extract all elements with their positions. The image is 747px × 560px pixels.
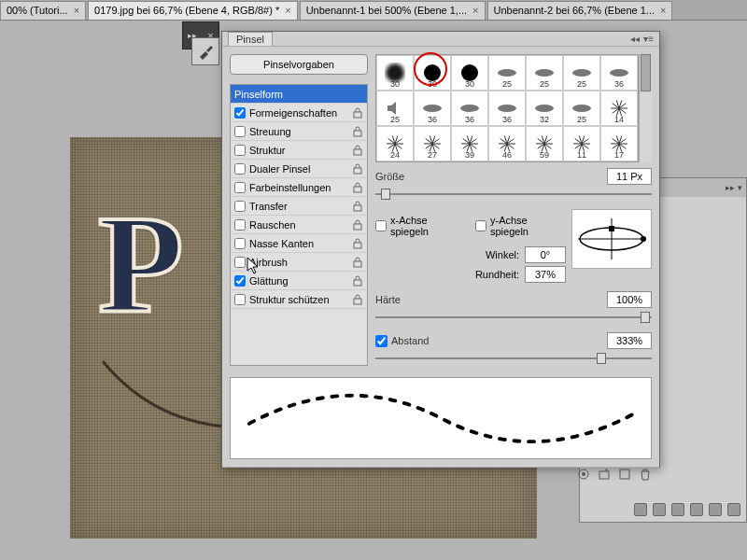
option-checkbox[interactable] (234, 145, 246, 156)
brush-thumbnail[interactable]: 30 (451, 55, 488, 91)
brush-option-row[interactable]: Struktur schützen (231, 290, 367, 309)
spacing-value[interactable]: 333% (607, 332, 652, 349)
close-icon[interactable]: × (285, 5, 290, 16)
spacing-checkbox[interactable] (375, 335, 388, 347)
dock-icon[interactable] (709, 503, 722, 516)
spacing-slider[interactable] (375, 351, 652, 366)
brush-thumbnail[interactable]: 36 (451, 91, 488, 126)
document-tab[interactable]: Unbenannt-1 bei 500% (Ebene 1,...× (300, 1, 486, 20)
trash-icon[interactable] (639, 468, 652, 481)
dock-icon[interactable] (690, 503, 703, 516)
size-value[interactable]: 11 Px (607, 168, 652, 185)
panel-collapse-icon[interactable]: ◂◂ (630, 34, 640, 44)
brush-option-row[interactable]: Farbeinstellungen (231, 178, 367, 197)
document-tab[interactable]: Unbenannt-2 bei 66,7% (Ebene 1...× (487, 1, 673, 20)
svg-rect-10 (354, 299, 361, 304)
brush-thumbnail[interactable]: 25 (563, 91, 600, 126)
document-tab[interactable]: 0179.jpg bei 66,7% (Ebene 4, RGB/8#) *× (88, 1, 298, 20)
brush-grid-scrollbar[interactable] (639, 54, 652, 162)
option-checkbox[interactable] (234, 294, 246, 305)
new-preset-icon[interactable] (598, 468, 611, 481)
brush-thumbnail[interactable]: 32 (526, 91, 563, 126)
lock-icon[interactable] (352, 275, 363, 287)
brush-thumbnail[interactable]: 24 (376, 126, 414, 161)
roundness-value[interactable]: 37% (525, 266, 566, 283)
dock-icon[interactable] (653, 503, 666, 516)
brush-thumbnail-grid[interactable]: 3030302525253625363636322514242739465911… (375, 54, 639, 162)
brush-tool-icon[interactable] (191, 37, 219, 65)
lock-icon[interactable] (352, 182, 363, 193)
brush-option-row[interactable]: Transfer (231, 197, 367, 216)
lock-icon[interactable] (352, 201, 363, 212)
brush-thumbnail[interactable]: 25 (376, 91, 414, 126)
toggle-preview-icon[interactable] (577, 468, 590, 481)
option-checkbox[interactable] (234, 275, 246, 287)
brush-thumbnail[interactable]: 36 (414, 91, 451, 126)
panel-menu-icon[interactable]: ▾≡ (643, 34, 654, 44)
brush-presets-button[interactable]: Pinselvorgaben (230, 54, 368, 75)
lock-icon[interactable] (352, 107, 363, 119)
panel-tab-pinsel[interactable]: Pinsel (228, 32, 273, 46)
flip-y-checkbox[interactable] (475, 220, 486, 231)
brush-thumbnail[interactable]: 14 (600, 91, 638, 126)
option-checkbox[interactable] (234, 126, 246, 137)
size-slider[interactable] (375, 187, 652, 202)
brush-thumbnail[interactable]: 36 (488, 91, 526, 126)
option-checkbox[interactable] (234, 201, 246, 212)
option-checkbox[interactable] (234, 107, 246, 119)
document-tab[interactable]: 00% (Tutori...× (0, 1, 86, 20)
lock-icon[interactable] (352, 219, 363, 231)
brush-option-row[interactable]: Rauschen (231, 216, 367, 234)
brush-thumbnail[interactable]: 59 (526, 126, 563, 161)
brush-thumbnail[interactable]: 30 (376, 55, 414, 91)
option-checkbox[interactable] (234, 219, 246, 231)
create-brush-icon[interactable] (618, 468, 631, 481)
panel-titlebar[interactable]: Pinsel ◂◂ ▾≡ (222, 32, 659, 47)
brush-thumbnail[interactable]: 25 (526, 55, 563, 91)
brush-option-row[interactable]: Pinselform (231, 85, 367, 104)
dock-icon[interactable] (727, 503, 740, 516)
lock-icon[interactable] (352, 145, 363, 156)
angle-value[interactable]: 0° (525, 246, 566, 263)
lock-icon[interactable] (352, 238, 363, 249)
option-checkbox[interactable] (234, 163, 246, 175)
brush-option-row[interactable]: Nasse Kanten (231, 234, 367, 253)
brush-thumbnail[interactable]: 27 (414, 126, 451, 161)
hardness-value[interactable]: 100% (607, 291, 652, 308)
brush-thumbnail[interactable]: 17 (600, 126, 638, 161)
brush-option-row[interactable]: Formeigenschaften (231, 104, 367, 122)
brush-option-row[interactable]: Glättung (231, 272, 367, 290)
brush-thumbnail[interactable]: 46 (488, 126, 526, 161)
svg-point-20 (498, 105, 516, 112)
lock-icon[interactable] (352, 257, 363, 268)
lock-icon[interactable] (352, 163, 363, 175)
angle-roundness-widget[interactable] (571, 209, 652, 269)
option-checkbox[interactable] (234, 238, 246, 249)
svg-rect-111 (620, 469, 629, 479)
close-icon[interactable]: × (472, 5, 478, 16)
brush-option-row[interactable]: Dualer Pinsel (231, 160, 367, 178)
brush-thumbnail[interactable]: 39 (451, 126, 488, 161)
brush-option-row[interactable]: Streuung (231, 122, 367, 141)
svg-point-14 (498, 69, 516, 77)
close-icon[interactable]: × (660, 5, 666, 16)
lock-icon[interactable] (352, 294, 363, 305)
brush-thumbnail[interactable]: 11 (563, 126, 600, 161)
flip-x-checkbox[interactable] (375, 220, 387, 231)
hardness-slider[interactable] (375, 310, 652, 325)
svg-rect-7 (354, 243, 361, 248)
option-checkbox[interactable] (234, 257, 246, 268)
brush-option-row[interactable]: Struktur (231, 141, 367, 160)
brush-thumbnail[interactable]: 30 (414, 55, 451, 91)
brush-thumbnail[interactable]: 36 (600, 55, 638, 91)
dock-icon[interactable] (634, 503, 647, 516)
option-checkbox[interactable] (234, 182, 246, 193)
dock-icon[interactable] (671, 503, 684, 516)
lock-icon[interactable] (352, 126, 363, 137)
brush-thumbnail[interactable]: 25 (488, 55, 526, 91)
letter-p-graphic: P (98, 184, 184, 344)
close-icon[interactable]: × (74, 5, 79, 16)
brush-thumbnail[interactable]: 25 (563, 55, 600, 91)
brush-option-row[interactable]: Airbrush (231, 253, 367, 272)
svg-point-17 (610, 69, 628, 77)
